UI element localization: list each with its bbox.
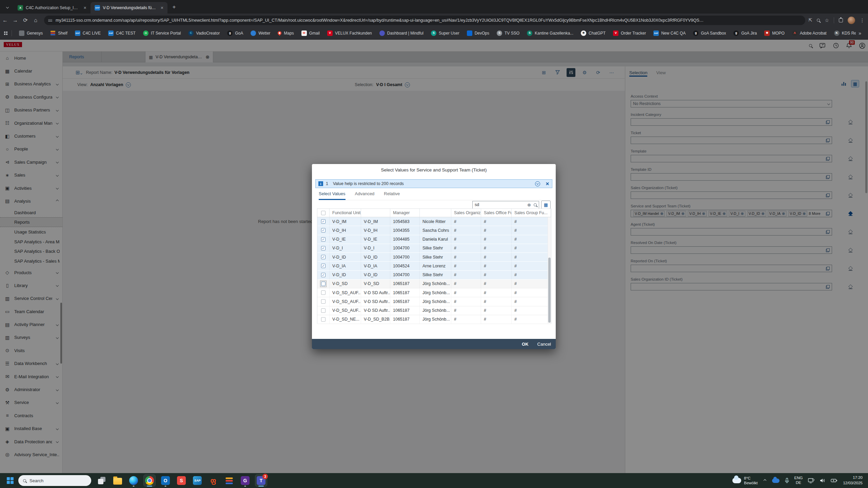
sidebar-item-library[interactable]: ▯Library: [0, 279, 62, 292]
select-all-checkbox[interactable]: [321, 211, 326, 215]
remove-token-icon[interactable]: ⊗: [782, 211, 785, 216]
clear-field-icon[interactable]: [848, 175, 853, 179]
value-help-icon[interactable]: [826, 285, 830, 289]
clear-field-icon[interactable]: [848, 193, 853, 198]
bookmarks-overflow-icon[interactable]: »: [856, 30, 864, 36]
row-checkbox[interactable]: ✓: [321, 264, 326, 268]
value-help-icon[interactable]: [826, 120, 830, 124]
value-help-input[interactable]: [631, 265, 832, 272]
bookmark-item[interactable]: ❖MOPO: [761, 30, 788, 36]
bookmark-item[interactable]: AAdobe Acrobat: [788, 30, 830, 36]
table-row[interactable]: V-D_SD_AUF...V-D SD Auftr...1065187Jörg …: [317, 297, 551, 306]
sidebar-item-usage-statistics[interactable]: Usage Statistics: [0, 227, 62, 237]
tab-search-chevron-icon[interactable]: [3, 2, 12, 12]
table-row[interactable]: ✓V-D_IEV-D_IE1004485Daniela Karul###: [317, 235, 551, 244]
selection-dropdown-icon[interactable]: [405, 82, 410, 87]
sidebar-item-service-control-cen[interactable]: ▥Service Control Cen...: [0, 292, 62, 305]
sidebar-item-surveys[interactable]: ▥Surveys: [0, 331, 62, 344]
sidebar-item-sales-campaign[interactable]: ⊲Sales Campaign: [0, 156, 62, 168]
sidebar-item-activities[interactable]: ▣Activities: [0, 182, 62, 195]
feedback-icon[interactable]: [820, 43, 826, 48]
select-input[interactable]: No Restrictions: [631, 100, 832, 107]
dialog-tab-advanced[interactable]: Advanced: [355, 191, 375, 200]
bookmark-item[interactable]: STV SSO: [493, 30, 523, 36]
clear-field-icon[interactable]: [848, 120, 853, 124]
column-header[interactable]: Sales Group Fu...: [512, 209, 551, 217]
dialog-tab-relative[interactable]: Relative: [384, 191, 400, 200]
url-text[interactable]: my341115-sso.crm.ondemand.com/sap/ap/ui/…: [56, 18, 704, 23]
clear-field-icon[interactable]: [848, 211, 853, 216]
row-checkbox[interactable]: ✓: [321, 273, 326, 277]
sidebar-item-team-calendar[interactable]: ▭Team Calendar: [0, 305, 62, 318]
onedrive-icon[interactable]: [772, 479, 780, 483]
bookmark-item[interactable]: gGoA Sandbox: [689, 30, 730, 36]
table-row[interactable]: V-D_SD_NE...V-D_SD_B2B...1065187Jörg Sch…: [317, 315, 551, 324]
value-help-input[interactable]: [631, 118, 832, 126]
filter-token[interactable]: V-D_ID⊗: [788, 211, 807, 217]
sidebar-item-customers[interactable]: ◧Customers: [0, 129, 62, 142]
taskbar-sap-app-icon[interactable]: SAP: [192, 475, 203, 486]
dialog-tab-select-values[interactable]: Select Values: [319, 191, 346, 200]
row-checkbox[interactable]: ✓: [321, 219, 326, 224]
home-icon[interactable]: ⌂: [31, 17, 41, 23]
report-grid-icon[interactable]: ⊞: [76, 69, 82, 76]
row-checkbox[interactable]: ✓: [321, 228, 326, 232]
panel-tab-view[interactable]: View: [656, 66, 666, 79]
remove-token-icon[interactable]: ⊗: [803, 211, 806, 216]
start-button[interactable]: [7, 477, 14, 484]
column-header[interactable]: Manager: [390, 209, 420, 217]
filter-token[interactable]: V-D_IH⊗: [688, 211, 707, 217]
tray-expand-icon[interactable]: [763, 479, 766, 482]
tab-reports[interactable]: Reports: [63, 52, 102, 62]
taskbar-chrome-icon[interactable]: [144, 475, 155, 486]
bookmark-item[interactable]: gGoA Jira: [730, 30, 761, 36]
bookmark-item[interactable]: CVadioCreator: [184, 30, 223, 36]
bookmark-item[interactable]: MGmail: [298, 30, 323, 36]
clear-field-icon[interactable]: [848, 248, 853, 252]
more-tokens-label[interactable]: 8 More: [809, 211, 820, 216]
bookmark-item[interactable]: DevOps: [463, 30, 493, 36]
value-help-input[interactable]: [631, 155, 832, 162]
cancel-button[interactable]: Cancel: [537, 342, 551, 347]
table-row[interactable]: V-D_SD_AUF...V-D SD Auftr...1065187Jörg …: [317, 288, 551, 297]
value-help-icon[interactable]: [826, 212, 830, 216]
row-checkbox[interactable]: ✓: [321, 246, 326, 250]
display-settings-button[interactable]: ▦: [541, 201, 551, 209]
clock-widget[interactable]: 17:20 12/03/2025: [843, 475, 863, 486]
value-help-icon[interactable]: [826, 175, 830, 179]
filter-token[interactable]: V-D_IM Handel⊗: [633, 211, 665, 217]
filter-token[interactable]: V-D_IM⊗: [666, 211, 686, 217]
table-row[interactable]: ✓V-D_IV-D_I1004700Silke Stehr###: [317, 244, 551, 253]
bookmark-item[interactable]: Genesys: [15, 30, 46, 36]
panel-tab-selection[interactable]: Selection: [629, 66, 647, 79]
remove-token-icon[interactable]: ⊗: [702, 211, 705, 216]
value-help-icon[interactable]: [826, 194, 830, 197]
close-tab-icon[interactable]: ✕: [83, 5, 87, 11]
table-view-icon[interactable]: ▦: [851, 80, 859, 87]
apps-grid-icon[interactable]: [4, 32, 7, 35]
bookmark-item[interactable]: SAPC4C TEST: [104, 30, 139, 36]
value-help-input[interactable]: [631, 246, 832, 254]
table-scrollbar[interactable]: [548, 217, 551, 323]
taskbar-task-view-icon[interactable]: [96, 475, 107, 486]
forward-icon[interactable]: →: [10, 17, 20, 23]
clear-field-icon[interactable]: [848, 285, 853, 289]
sidebar-item-sap-analytics-back-o[interactable]: SAP Analytics - Back O...: [0, 246, 62, 256]
taskbar-teams-icon[interactable]: T3: [255, 475, 267, 486]
bookmark-item[interactable]: gGoA: [223, 30, 247, 36]
table-row[interactable]: ✓V-D_IDV-D_ID1004700Silke Stehr###: [317, 253, 551, 262]
remove-token-icon[interactable]: ⊗: [723, 211, 726, 216]
sidebar-item-people[interactable]: ○People: [0, 143, 62, 156]
filter-token[interactable]: V-D_ID⊗: [747, 211, 766, 217]
sidebar-item-activity-planner[interactable]: ▤Activity Planner: [0, 318, 62, 331]
sidebar-item-business-analytics[interactable]: ⊞Business Analytics: [0, 78, 62, 90]
sidebar-item-organizational-mana[interactable]: ☷Organizational Mana...: [0, 117, 62, 129]
sidebar-item-contracts[interactable]: ≡Contracts: [0, 409, 62, 422]
clear-field-icon[interactable]: [848, 138, 853, 143]
session-timer-icon[interactable]: [833, 43, 839, 48]
bookmark-item[interactable]: SSuper User: [427, 30, 463, 36]
filter-token[interactable]: V-D_IA⊗: [768, 211, 787, 217]
sidebar-item-reports[interactable]: Reports: [0, 217, 62, 227]
taskbar-shelf-red-icon[interactable]: S: [176, 475, 187, 486]
account-icon[interactable]: [859, 43, 865, 49]
